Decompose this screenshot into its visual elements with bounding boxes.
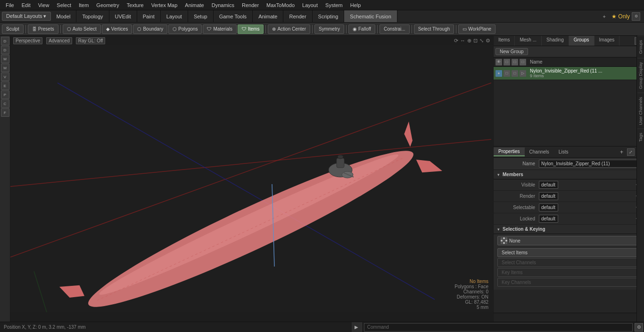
layout-tab-schematic-fusion[interactable]: Schematic Fusion — [344, 10, 397, 22]
menu-animate[interactable]: Animate — [181, 1, 207, 9]
layout-tab-setup[interactable]: Setup — [188, 10, 214, 22]
tool-4[interactable]: M — [1, 64, 9, 72]
panel-tab-groups[interactable]: Groups — [569, 36, 594, 46]
tool-9[interactable]: F — [1, 108, 9, 117]
layout-tab-render[interactable]: Render — [283, 10, 312, 22]
item-lock-btn[interactable]: □ — [512, 70, 518, 77]
fit-icon[interactable]: ⊡ — [473, 38, 478, 44]
orbit-icon[interactable]: ⟳ — [454, 38, 458, 44]
default-layouts-selector[interactable]: Default Layouts ▾ — [2, 12, 51, 21]
menu-layout[interactable]: Layout — [298, 1, 322, 9]
layout-tab-animate[interactable]: Animate — [253, 10, 283, 22]
menu-geometry[interactable]: Geometry — [92, 1, 123, 9]
menu-texture[interactable]: Texture — [123, 1, 148, 9]
menu-render[interactable]: Render — [238, 1, 263, 9]
star-only-button[interactable]: ★ Only — [611, 13, 630, 20]
menu-dynamics[interactable]: Dynamics — [208, 1, 238, 9]
eye-col-icon: 👁 — [495, 59, 502, 65]
viewport-advanced-btn[interactable]: Advanced — [46, 37, 72, 44]
key-items-button[interactable]: Key Items — [497, 268, 640, 277]
auto-select-button[interactable]: ⬡ Auto Select — [63, 24, 101, 34]
workplane-button[interactable]: ▭ WorkPlane — [458, 24, 495, 34]
channels-text: Channels: 0 — [454, 289, 488, 294]
item-arrow-btn[interactable]: ▷ — [520, 70, 526, 77]
select-channels-button[interactable]: Select Channels — [497, 258, 640, 267]
side-tab-user-channels[interactable]: User Channels — [637, 93, 644, 129]
viewport[interactable]: Perspective Advanced Ray GL: Off ⟳ ↔ ⊕ ⊡… — [10, 36, 493, 322]
layout-tab-scripting[interactable]: Scripting — [313, 10, 345, 22]
props-tab-lists[interactable]: Lists — [554, 148, 573, 156]
menu-help[interactable]: Help — [347, 1, 365, 9]
polygons-button[interactable]: ⬡ Polygons — [168, 24, 202, 34]
menu-vertex-map[interactable]: Vertex Map — [148, 1, 182, 9]
add-tab-button[interactable]: + — [599, 12, 610, 21]
settings-icon[interactable]: ⚙ — [632, 12, 640, 21]
props-expand-btn[interactable]: ⤢ — [627, 148, 635, 156]
symmetry-button[interactable]: Symmetry — [314, 24, 344, 34]
panel-tab-items[interactable]: Items — [494, 36, 515, 46]
items-button[interactable]: 🛡 Items — [238, 24, 264, 34]
select-through-button[interactable]: Select Through — [414, 24, 454, 34]
command-send-button[interactable]: ⚙ — [635, 323, 643, 332]
vertices-button[interactable]: ◆ Vertices — [102, 24, 132, 34]
sculpt-button[interactable]: Sculpt — [2, 24, 24, 34]
panel-tab-mesh[interactable]: Mesh ... — [515, 36, 542, 46]
menu-edit[interactable]: Edit — [18, 1, 34, 9]
action-center-button[interactable]: ⊕ Action Center — [268, 24, 310, 34]
presets-button[interactable]: 🎛 Presets — [28, 24, 58, 34]
materials-button[interactable]: 🛡 Materials — [203, 24, 237, 34]
falloff-button[interactable]: ◉ Falloff — [348, 24, 375, 34]
menu-maxtomodo[interactable]: MaxToModo — [263, 1, 298, 9]
side-tab-group-display[interactable]: Group Display — [637, 58, 644, 93]
selectable-select[interactable]: default — [539, 203, 558, 211]
menu-file[interactable]: File — [2, 1, 18, 9]
tool-2[interactable]: D — [1, 46, 9, 54]
select-items-button[interactable]: Select Items — [497, 248, 640, 257]
item-render-btn[interactable]: □ — [504, 70, 510, 77]
tool-3[interactable]: M — [1, 55, 9, 63]
item-eye-btn[interactable]: ● — [495, 70, 502, 77]
side-tab-tags[interactable]: Tags — [637, 129, 644, 146]
zoom-icon[interactable]: ⊕ — [467, 38, 471, 44]
tool-8[interactable]: C — [1, 99, 9, 108]
boundary-button[interactable]: ⬡ Boundary — [133, 24, 167, 34]
none-button[interactable]: None — [497, 236, 640, 245]
bottom-left-arrow[interactable]: ▶ — [352, 322, 362, 332]
viewport-raygl-btn[interactable]: Ray GL: Off — [76, 37, 106, 44]
expand-icon[interactable]: ⤡ — [479, 38, 484, 44]
menu-view[interactable]: View — [34, 1, 53, 9]
menu-item[interactable]: Item — [75, 1, 92, 9]
tool-6[interactable]: E — [1, 81, 9, 90]
menu-system[interactable]: System — [322, 1, 347, 9]
props-tab-properties[interactable]: Properties — [494, 147, 525, 156]
tool-1[interactable]: D — [1, 37, 9, 45]
props-add-button[interactable]: + — [617, 148, 626, 156]
tool-5[interactable]: V — [1, 73, 9, 81]
pan-icon[interactable]: ↔ — [460, 38, 465, 44]
sel-keying-section-header[interactable]: ▾ Selection & Keying — [494, 225, 644, 234]
layout-tab-model[interactable]: Model — [51, 10, 77, 22]
panel-tab-images[interactable]: Images — [594, 36, 620, 46]
layout-tab-uvedit[interactable]: UVEdit — [109, 10, 137, 22]
group-list-item[interactable]: ● □ □ ▷ Nylon_Invisible_Zipper_Red (11 .… — [494, 67, 644, 80]
locked-select[interactable]: default — [539, 215, 558, 223]
menu-select[interactable]: Select — [53, 1, 75, 9]
layout-tab-layout[interactable]: Layout — [161, 10, 188, 22]
layout-tab-paint[interactable]: Paint — [137, 10, 161, 22]
panel-tab-shading[interactable]: Shading — [542, 36, 569, 46]
viewport-mode-btn[interactable]: Perspective — [13, 37, 42, 44]
members-section-header[interactable]: ▾ Members — [494, 170, 644, 179]
tool-7[interactable]: P — [1, 90, 9, 99]
constraints-button[interactable]: Constrai... — [380, 24, 410, 34]
side-tab-groups[interactable]: Groups — [637, 36, 644, 58]
settings-vp-icon[interactable]: ⚙ — [486, 38, 490, 44]
main-content: D D M M V E P C F Perspective Advanced R… — [0, 36, 644, 322]
new-group-button[interactable]: New Group — [495, 48, 528, 55]
visible-select[interactable]: default — [539, 181, 558, 189]
props-tab-channels[interactable]: Channels — [525, 148, 554, 156]
layout-tab-topology[interactable]: Topology — [76, 10, 109, 22]
layout-tab-game-tools[interactable]: Game Tools — [214, 10, 253, 22]
name-input[interactable] — [539, 160, 640, 168]
key-channels-button[interactable]: Key Channels — [497, 278, 640, 287]
render-select[interactable]: default — [539, 192, 558, 200]
